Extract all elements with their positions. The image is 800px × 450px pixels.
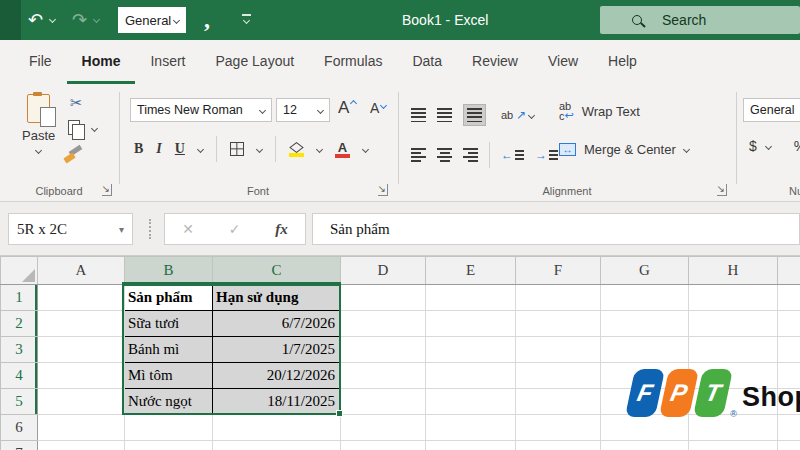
font-size-dropdown[interactable]: 12 bbox=[276, 98, 330, 122]
cell[interactable] bbox=[426, 415, 516, 441]
tab-file[interactable]: File bbox=[14, 40, 67, 84]
font-dialog-launcher-icon[interactable]: ↘ bbox=[378, 184, 388, 196]
align-top-icon[interactable] bbox=[411, 108, 426, 122]
cell[interactable] bbox=[213, 415, 341, 441]
cell[interactable] bbox=[426, 337, 516, 363]
cell-A2[interactable] bbox=[38, 311, 125, 337]
copy-icon[interactable] bbox=[68, 120, 80, 135]
col-header-F[interactable]: F bbox=[516, 257, 601, 285]
cell[interactable] bbox=[516, 285, 601, 311]
cell-B4[interactable]: Mì tôm bbox=[125, 363, 213, 389]
align-bottom-icon-selected[interactable] bbox=[463, 104, 486, 126]
number-format-dropdown[interactable]: General bbox=[743, 98, 800, 122]
cell[interactable] bbox=[426, 389, 516, 415]
cell[interactable] bbox=[341, 311, 426, 337]
cell[interactable] bbox=[125, 415, 213, 441]
tab-help[interactable]: Help bbox=[593, 40, 652, 84]
clipboard-dialog-launcher-icon[interactable]: ↘ bbox=[102, 184, 112, 196]
formula-input[interactable]: Sản phẩm bbox=[312, 213, 800, 245]
decrease-indent-icon[interactable]: ← bbox=[501, 149, 524, 161]
col-header-C[interactable]: C bbox=[213, 257, 341, 285]
copy-dropdown-chevron-icon[interactable] bbox=[91, 125, 98, 132]
tab-insert[interactable]: Insert bbox=[135, 40, 200, 84]
cell-B3[interactable]: Bánh mì bbox=[125, 337, 213, 363]
cell[interactable] bbox=[213, 441, 341, 450]
undo-dropdown-chevron-icon[interactable] bbox=[49, 16, 56, 23]
tab-review[interactable]: Review bbox=[457, 40, 533, 84]
fill-handle[interactable] bbox=[336, 410, 343, 417]
cell[interactable] bbox=[516, 389, 601, 415]
cell-C1[interactable]: Hạn sử dụng bbox=[213, 285, 341, 311]
cell[interactable] bbox=[601, 441, 689, 450]
align-center-icon[interactable] bbox=[437, 148, 452, 162]
tab-view[interactable]: View bbox=[533, 40, 593, 84]
cell-C5[interactable]: 18/11/2025 bbox=[213, 389, 341, 415]
col-header-B[interactable]: B bbox=[125, 257, 213, 285]
paste-button[interactable]: Paste bbox=[22, 94, 55, 153]
cell[interactable] bbox=[689, 441, 778, 450]
insert-function-icon[interactable]: fx bbox=[275, 221, 288, 238]
tab-data[interactable]: Data bbox=[397, 40, 457, 84]
cell[interactable] bbox=[778, 311, 800, 337]
font-color-dropdown-chevron-icon[interactable] bbox=[362, 145, 369, 152]
cell[interactable] bbox=[426, 311, 516, 337]
cell[interactable] bbox=[689, 337, 778, 363]
cell[interactable] bbox=[341, 415, 426, 441]
cell-C2[interactable]: 6/7/2026 bbox=[213, 311, 341, 337]
grow-font-button[interactable]: A bbox=[338, 98, 356, 118]
undo-icon[interactable]: ↶ bbox=[28, 11, 43, 29]
cell[interactable] bbox=[341, 363, 426, 389]
merge-center-button[interactable]: ↔ Merge & Center bbox=[559, 142, 689, 157]
cell-A4[interactable] bbox=[38, 363, 125, 389]
row-header-7[interactable]: 7 bbox=[1, 441, 38, 450]
percent-format-button[interactable]: % bbox=[794, 138, 800, 154]
cell[interactable] bbox=[778, 441, 800, 450]
cancel-icon[interactable]: ✕ bbox=[182, 221, 194, 237]
cell[interactable] bbox=[601, 285, 689, 311]
cell-B1-active[interactable]: Sản phẩm bbox=[125, 285, 213, 311]
app-icon-strip[interactable] bbox=[0, 0, 21, 40]
cell[interactable] bbox=[516, 441, 601, 450]
cell[interactable] bbox=[689, 311, 778, 337]
cell[interactable] bbox=[601, 337, 689, 363]
search-box[interactable]: Search bbox=[600, 6, 800, 34]
comma-style-button[interactable]: , bbox=[204, 6, 210, 33]
fill-color-icon[interactable] bbox=[289, 141, 304, 157]
cell-A5[interactable] bbox=[38, 389, 125, 415]
cell[interactable] bbox=[426, 363, 516, 389]
tab-page-layout[interactable]: Page Layout bbox=[200, 40, 309, 84]
cell[interactable] bbox=[341, 441, 426, 450]
cell[interactable] bbox=[778, 415, 800, 441]
cell-A3[interactable] bbox=[38, 337, 125, 363]
cell[interactable] bbox=[341, 285, 426, 311]
redo-icon[interactable]: ↷ bbox=[72, 11, 87, 29]
tab-home[interactable]: Home bbox=[67, 40, 136, 84]
cell[interactable] bbox=[38, 415, 125, 441]
font-color-icon[interactable]: A bbox=[335, 141, 350, 158]
cell[interactable] bbox=[426, 285, 516, 311]
name-box[interactable]: 5R x 2C ▾ bbox=[8, 213, 133, 245]
cell[interactable] bbox=[516, 311, 601, 337]
underline-button[interactable]: U bbox=[175, 141, 185, 157]
col-header-G[interactable]: G bbox=[601, 257, 689, 285]
wrap-text-button[interactable]: ab c↩ Wrap Text bbox=[559, 102, 640, 121]
col-header-I-partial[interactable] bbox=[778, 257, 800, 285]
cut-scissors-icon[interactable]: ✂ bbox=[70, 94, 83, 112]
row-header-1[interactable]: 1 bbox=[1, 285, 38, 311]
col-header-H[interactable]: H bbox=[689, 257, 778, 285]
cell-B2[interactable]: Sữa tươi bbox=[125, 311, 213, 337]
format-painter-icon[interactable] bbox=[64, 146, 82, 162]
row-header-3[interactable]: 3 bbox=[1, 337, 38, 363]
col-header-E[interactable]: E bbox=[426, 257, 516, 285]
cell[interactable] bbox=[341, 337, 426, 363]
cell[interactable] bbox=[601, 415, 689, 441]
underline-dropdown-chevron-icon[interactable] bbox=[197, 145, 204, 152]
cell[interactable] bbox=[426, 441, 516, 450]
borders-dropdown-chevron-icon[interactable] bbox=[256, 145, 263, 152]
borders-icon[interactable] bbox=[230, 142, 244, 156]
select-all-corner[interactable] bbox=[1, 257, 38, 285]
cell[interactable] bbox=[778, 285, 800, 311]
cell[interactable] bbox=[516, 415, 601, 441]
cell[interactable] bbox=[778, 337, 800, 363]
row-header-2[interactable]: 2 bbox=[1, 311, 38, 337]
